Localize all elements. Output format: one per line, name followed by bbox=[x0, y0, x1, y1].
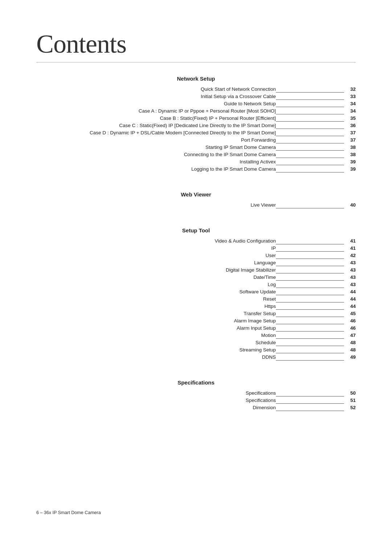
toc-item-page: 52 bbox=[344, 404, 356, 411]
toc-item-label: User bbox=[36, 252, 276, 259]
toc-item-dots bbox=[276, 85, 344, 93]
toc-item-page: 44 bbox=[344, 302, 356, 310]
toc-row: Case A : Dynamic IP or Pppoe + Personal … bbox=[36, 107, 356, 114]
toc-item-page: 34 bbox=[344, 100, 356, 107]
toc-item-label: Language bbox=[36, 259, 276, 266]
toc-item-dots bbox=[276, 302, 344, 310]
toc-row: Case B : Static(Fixed) IP + Personal Rou… bbox=[36, 114, 356, 122]
toc-item-dots bbox=[276, 346, 344, 353]
toc-row: Initial Setup via a Crossover Cable 33 bbox=[36, 93, 356, 100]
toc-item-dots bbox=[276, 158, 344, 165]
toc-row: DDNS 49 bbox=[36, 353, 356, 361]
toc-item-label: Quick Start of Network Connection bbox=[36, 85, 276, 93]
toc-item-dots bbox=[276, 259, 344, 266]
toc-item-page: 43 bbox=[344, 266, 356, 273]
toc-row: Digital Image Stabilizer 43 bbox=[36, 266, 356, 273]
toc-row: Dimension 52 bbox=[36, 404, 356, 411]
toc-item-label: Digital Image Stabilizer bbox=[36, 266, 276, 273]
section-heading-0: Network Setup bbox=[36, 76, 356, 82]
toc-item-dots bbox=[276, 310, 344, 317]
toc-item-dots bbox=[276, 114, 344, 122]
toc-row: Quick Start of Network Connection 32 bbox=[36, 85, 356, 93]
toc-item-label: Case D : Dynamic IP + DSL/Cable Modem [C… bbox=[36, 129, 276, 136]
toc-row: Motion 47 bbox=[36, 331, 356, 339]
toc-item-page: 44 bbox=[344, 295, 356, 302]
toc-item-label: Reset bbox=[36, 295, 276, 302]
toc-item-page: 38 bbox=[344, 151, 356, 158]
toc-item-label: Installing Activex bbox=[36, 158, 276, 165]
toc-item-label: Date/Time bbox=[36, 273, 276, 281]
toc-row: Case D : Dynamic IP + DSL/Cable Modem [C… bbox=[36, 129, 356, 136]
toc-item-dots bbox=[276, 151, 344, 158]
toc-container: Network SetupQuick Start of Network Conn… bbox=[36, 76, 356, 411]
toc-section-3: Specifications 50Specifications 51Dimens… bbox=[36, 389, 356, 411]
toc-item-dots bbox=[276, 107, 344, 114]
toc-item-label: Specifications bbox=[36, 389, 276, 396]
toc-item-dots bbox=[276, 252, 344, 259]
toc-row: Case C : Static(Fixed) IP [Dedicated Lin… bbox=[36, 122, 356, 129]
toc-item-dots bbox=[276, 331, 344, 339]
toc-item-page: 48 bbox=[344, 339, 356, 346]
toc-item-dots bbox=[276, 404, 344, 411]
toc-row: User 42 bbox=[36, 252, 356, 259]
toc-row: Specifications 50 bbox=[36, 389, 356, 396]
section-heading-3: Specifications bbox=[36, 379, 356, 386]
toc-item-dots bbox=[276, 266, 344, 273]
toc-item-dots bbox=[276, 122, 344, 129]
toc-item-page: 43 bbox=[344, 273, 356, 281]
toc-section-1: Live Viewer 40 bbox=[36, 201, 356, 208]
toc-section-0: Quick Start of Network Connection 32Init… bbox=[36, 85, 356, 172]
toc-row: Alarm Image Setup 46 bbox=[36, 317, 356, 324]
toc-item-page: 46 bbox=[344, 317, 356, 324]
toc-row: Connecting to the IP Smart Dome Camera 3… bbox=[36, 151, 356, 158]
toc-item-label: Log bbox=[36, 281, 276, 288]
toc-item-page: 39 bbox=[344, 165, 356, 172]
toc-item-page: 51 bbox=[344, 396, 356, 404]
toc-item-label: Alarm Image Setup bbox=[36, 317, 276, 324]
toc-item-page: 35 bbox=[344, 114, 356, 122]
toc-row: Live Viewer 40 bbox=[36, 201, 356, 208]
toc-item-dots bbox=[276, 324, 344, 331]
toc-row: Guide to Network Setup 34 bbox=[36, 100, 356, 107]
toc-item-dots bbox=[276, 136, 344, 143]
toc-item-label: DDNS bbox=[36, 353, 276, 361]
toc-item-label: IP bbox=[36, 244, 276, 252]
toc-item-label: Port Forwarding bbox=[36, 136, 276, 143]
toc-item-label: Transfer Setup bbox=[36, 310, 276, 317]
toc-item-page: 41 bbox=[344, 237, 356, 244]
toc-item-dots bbox=[276, 317, 344, 324]
toc-row: Reset 44 bbox=[36, 295, 356, 302]
toc-item-label: Software Update bbox=[36, 288, 276, 295]
toc-row: IP 41 bbox=[36, 244, 356, 252]
toc-item-page: 48 bbox=[344, 346, 356, 353]
section-heading-2: Setup Tool bbox=[36, 227, 356, 233]
toc-row: Schedule 48 bbox=[36, 339, 356, 346]
title-divider bbox=[36, 62, 356, 62]
toc-row: Date/Time 43 bbox=[36, 273, 356, 281]
footer-text: 6 – 36x IP Smart Dome Camera bbox=[36, 510, 101, 515]
toc-row: Starting IP Smart Dome Camera 38 bbox=[36, 143, 356, 151]
toc-item-label: Connecting to the IP Smart Dome Camera bbox=[36, 151, 276, 158]
toc-item-label: Motion bbox=[36, 331, 276, 339]
toc-item-label: Logging to the IP Smart Dome Camera bbox=[36, 165, 276, 172]
toc-item-page: 33 bbox=[344, 93, 356, 100]
toc-item-page: 44 bbox=[344, 288, 356, 295]
toc-item-dots bbox=[276, 93, 344, 100]
toc-item-dots bbox=[276, 100, 344, 107]
toc-item-label: Case C : Static(Fixed) IP [Dedicated Lin… bbox=[36, 122, 276, 129]
toc-item-dots bbox=[276, 165, 344, 172]
toc-item-label: Alarm Input Setup bbox=[36, 324, 276, 331]
toc-row: Installing Activex 39 bbox=[36, 158, 356, 165]
toc-row: Video & Audio Configuration 41 bbox=[36, 237, 356, 244]
toc-item-dots bbox=[276, 288, 344, 295]
toc-item-label: Guide to Network Setup bbox=[36, 100, 276, 107]
toc-item-page: 32 bbox=[344, 85, 356, 93]
toc-item-dots bbox=[276, 129, 344, 136]
toc-row: Software Update 44 bbox=[36, 288, 356, 295]
toc-item-dots bbox=[276, 396, 344, 404]
toc-row: Streaming Setup 48 bbox=[36, 346, 356, 353]
toc-item-page: 36 bbox=[344, 122, 356, 129]
toc-item-label: Video & Audio Configuration bbox=[36, 237, 276, 244]
toc-item-dots bbox=[276, 244, 344, 252]
toc-row: Log 43 bbox=[36, 281, 356, 288]
